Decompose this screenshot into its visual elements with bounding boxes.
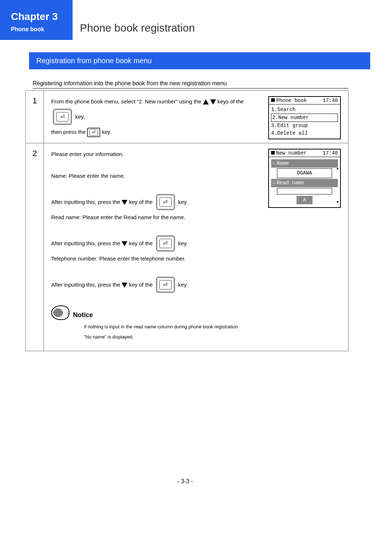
step-number: 1 bbox=[26, 91, 44, 143]
notice-line1: If nothing is input in the read name col… bbox=[84, 322, 238, 332]
screen2-v1: OGAWA bbox=[277, 168, 332, 178]
screen1-time: 17:40 bbox=[323, 98, 338, 103]
after-input-a: After inputting this, press the bbox=[51, 240, 120, 246]
person-icon: ☺ bbox=[273, 180, 275, 186]
step2-read-label: Read name: Please enter the Read name fo… bbox=[51, 212, 341, 223]
down-arrow-icon bbox=[210, 99, 216, 104]
step2-tel-label: Telephone number: Please enter the telep… bbox=[51, 253, 341, 264]
step-1: 1 From the phone book menu, select "2. N… bbox=[26, 90, 348, 143]
square-icon bbox=[271, 98, 275, 102]
down-arrow-icon bbox=[122, 283, 127, 288]
section-heading: Registration from phone book menu bbox=[29, 52, 370, 69]
page-title: Phone book registration bbox=[73, 0, 370, 41]
after-input-b: key of the bbox=[129, 240, 154, 246]
screen1-item: 3.Edit group bbox=[271, 122, 338, 130]
notice-line2: "No name" is displayed. bbox=[84, 332, 238, 342]
nav-key-icon: ⏎ bbox=[53, 109, 72, 125]
screen1-item-selected: 2.New number bbox=[271, 114, 338, 122]
screen2-v2 bbox=[277, 188, 332, 194]
down-arrow-icon bbox=[122, 200, 127, 205]
after-input-c: key. bbox=[178, 199, 188, 205]
screen2-title: New number bbox=[276, 150, 307, 156]
nav-key-icon: ⏎ bbox=[156, 277, 175, 293]
step1-text-a: From the phone book menu, select "2. New… bbox=[51, 98, 203, 104]
step1-then-a: then press the bbox=[51, 129, 87, 135]
screen2-f1: Name bbox=[277, 160, 289, 167]
step-number: 2 bbox=[26, 143, 44, 351]
after-input-b: key of the bbox=[129, 199, 154, 205]
intro-text: Registering information into the phone b… bbox=[33, 80, 348, 89]
screen1-item: 1.Search bbox=[271, 106, 338, 114]
person-icon: ☺ bbox=[273, 160, 275, 167]
phone-screen-2: New number 17:40 ☺Name OGAWA ☺Read name … bbox=[268, 149, 341, 208]
step1-text-b: keys of the bbox=[217, 98, 244, 104]
chapter-title: Chapter 3 bbox=[11, 11, 65, 22]
nav-key-icon: ⏎ bbox=[156, 194, 175, 210]
scrollbar-icon: ▲▼ bbox=[336, 166, 339, 205]
step-content: From the phone book menu, select "2. New… bbox=[44, 91, 348, 143]
step1-then-b: key. bbox=[102, 129, 111, 135]
step1-key-label: key, bbox=[75, 114, 85, 120]
enter-key-icon: ⏎ bbox=[87, 128, 100, 137]
after-input-c: key. bbox=[178, 282, 188, 288]
screen1-item: 4.Delete all bbox=[271, 130, 338, 137]
screen2-f2: Read name bbox=[277, 179, 304, 187]
step-2: 2 Please enter your information. Name: P… bbox=[26, 143, 348, 351]
notice-icon bbox=[51, 305, 69, 320]
after-input-b: key of the bbox=[129, 282, 154, 288]
up-arrow-icon bbox=[203, 99, 209, 104]
after-input-a: After inputting this, press the bbox=[51, 282, 120, 288]
screen2-time: 17:40 bbox=[323, 150, 338, 156]
phone-screen-1: Phone book 17:40 1.Search 2.New number 3… bbox=[268, 96, 341, 139]
notice-title: Notice bbox=[73, 308, 238, 321]
chapter-subtitle: Phone book bbox=[11, 26, 65, 33]
after-input-c: key. bbox=[178, 240, 188, 246]
square-icon bbox=[271, 151, 275, 155]
chapter-header: Chapter 3 Phone book bbox=[0, 0, 73, 40]
notice-block: Notice If nothing is input in the read n… bbox=[51, 305, 341, 342]
down-arrow-icon bbox=[122, 241, 127, 246]
nav-key-icon: ⏎ bbox=[156, 235, 175, 251]
after-input-a: After inputting this, press the bbox=[51, 199, 120, 205]
screen1-title: Phone book bbox=[276, 98, 307, 103]
screen2-ind: A bbox=[297, 196, 313, 204]
steps-table: 1 From the phone book menu, select "2. N… bbox=[25, 90, 348, 351]
step-content: Please enter your information. Name: Ple… bbox=[44, 143, 348, 351]
page-number: - 3-3 - bbox=[0, 478, 370, 485]
